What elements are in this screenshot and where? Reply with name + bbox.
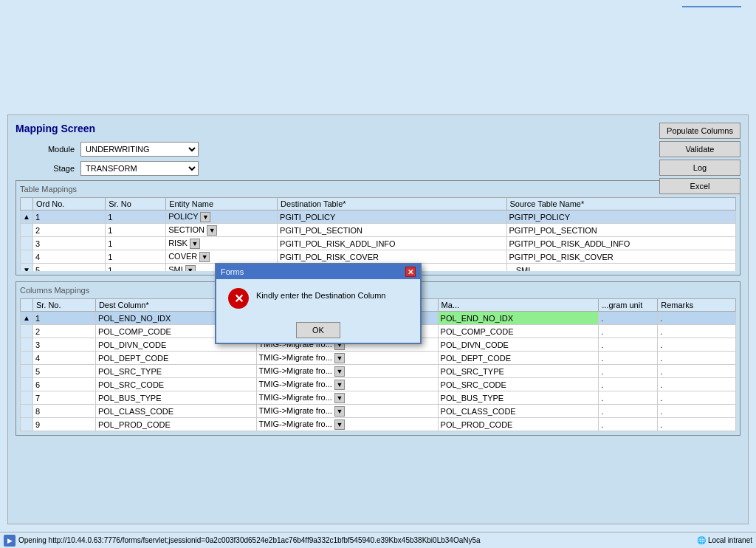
error-icon: ✕ [228,288,249,309]
modal-body: ✕ Kindly enter the Destination Column [216,279,420,318]
modal-message: Kindly enter the Destination Column [256,288,385,300]
modal-title: Forms [221,267,244,276]
status-url: Opening http://10.44.0.63:7776/forms/fse… [18,536,694,544]
modal-overlay: Forms ✕ ✕ Kindly enter the Destination C… [8,115,748,524]
modal-footer: OK [216,318,420,343]
zone-label: Local intranet [708,536,752,544]
zone-indicator: 🌐 Local intranet [697,536,752,544]
status-bar: ▶ Opening http://10.44.0.63:7776/forms/f… [0,532,756,548]
globe-icon: 🌐 [697,536,706,544]
modal-ok-button[interactable]: OK [296,322,340,338]
status-right: 🌐 Local intranet [697,536,752,544]
modal-titlebar: Forms ✕ [216,264,420,279]
top-bar-decoration [682,6,741,7]
modal-close-button[interactable]: ✕ [405,267,416,277]
forms-dialog: Forms ✕ ✕ Kindly enter the Destination C… [215,263,422,344]
mapping-screen-panel: Mapping Screen Module UNDERWRITING Stage… [7,114,749,524]
status-icon: ▶ [4,535,16,547]
